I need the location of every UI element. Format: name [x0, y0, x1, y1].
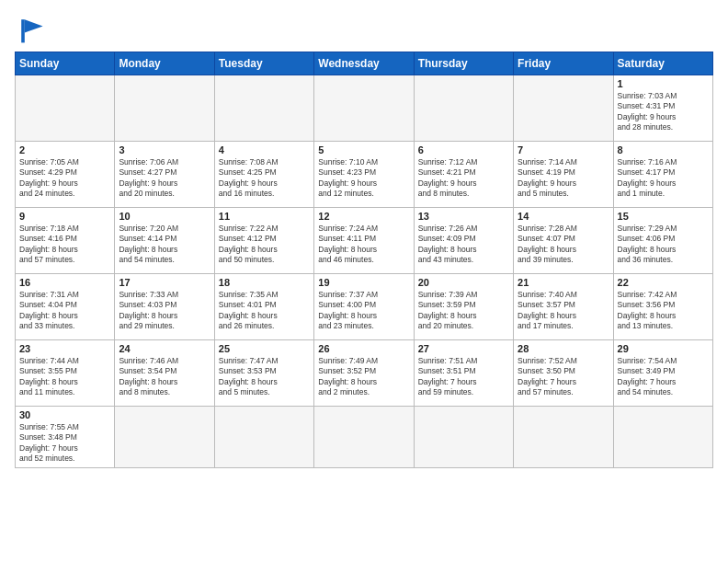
calendar-cell: 4Sunrise: 7:08 AM Sunset: 4:25 PM Daylig…	[214, 142, 313, 208]
calendar-cell	[214, 407, 313, 468]
day-number: 7	[518, 144, 609, 155]
day-number: 24	[119, 343, 210, 354]
day-number: 4	[219, 144, 310, 155]
day-info: Sunrise: 7:05 AM Sunset: 4:29 PM Dayligh…	[19, 157, 110, 200]
day-number: 1	[618, 78, 709, 89]
calendar-cell: 16Sunrise: 7:31 AM Sunset: 4:04 PM Dayli…	[16, 274, 115, 340]
day-number: 19	[318, 277, 409, 288]
calendar-cell	[115, 407, 214, 468]
day-info: Sunrise: 7:29 AM Sunset: 4:06 PM Dayligh…	[618, 224, 709, 266]
general-blue-icon	[15, 13, 48, 46]
calendar-week-2: 2Sunrise: 7:05 AM Sunset: 4:29 PM Daylig…	[16, 142, 713, 208]
calendar-cell: 23Sunrise: 7:44 AM Sunset: 3:55 PM Dayli…	[16, 340, 115, 407]
day-number: 10	[119, 211, 210, 222]
day-number: 3	[119, 144, 210, 155]
day-info: Sunrise: 7:55 AM Sunset: 3:48 PM Dayligh…	[19, 422, 110, 465]
calendar-cell	[514, 75, 613, 142]
day-number: 11	[219, 211, 310, 222]
calendar-cell: 19Sunrise: 7:37 AM Sunset: 4:00 PM Dayli…	[314, 274, 414, 340]
day-number: 2	[19, 144, 110, 155]
calendar-cell: 1Sunrise: 7:03 AM Sunset: 4:31 PM Daylig…	[613, 75, 712, 142]
logo	[15, 13, 51, 46]
day-info: Sunrise: 7:14 AM Sunset: 4:19 PM Dayligh…	[518, 157, 609, 200]
calendar-cell: 17Sunrise: 7:33 AM Sunset: 4:03 PM Dayli…	[115, 274, 214, 340]
day-info: Sunrise: 7:28 AM Sunset: 4:07 PM Dayligh…	[518, 224, 609, 266]
day-number: 30	[19, 409, 110, 420]
svg-rect-2	[21, 19, 25, 42]
day-info: Sunrise: 7:47 AM Sunset: 3:53 PM Dayligh…	[219, 356, 310, 398]
calendar-cell	[314, 75, 414, 142]
day-info: Sunrise: 7:03 AM Sunset: 4:31 PM Dayligh…	[618, 91, 709, 133]
weekday-tuesday: Tuesday	[214, 52, 313, 75]
calendar-week-1: 1Sunrise: 7:03 AM Sunset: 4:31 PM Daylig…	[16, 75, 713, 142]
calendar-cell	[514, 407, 613, 468]
calendar-cell: 18Sunrise: 7:35 AM Sunset: 4:01 PM Dayli…	[214, 274, 313, 340]
day-info: Sunrise: 7:54 AM Sunset: 3:49 PM Dayligh…	[618, 356, 709, 398]
day-info: Sunrise: 7:20 AM Sunset: 4:14 PM Dayligh…	[119, 224, 210, 266]
day-number: 15	[618, 211, 709, 222]
header	[15, 9, 713, 46]
calendar-cell: 15Sunrise: 7:29 AM Sunset: 4:06 PM Dayli…	[613, 208, 712, 274]
day-number: 6	[418, 144, 509, 155]
day-number: 22	[618, 277, 709, 288]
day-info: Sunrise: 7:12 AM Sunset: 4:21 PM Dayligh…	[418, 157, 509, 200]
day-info: Sunrise: 7:42 AM Sunset: 3:56 PM Dayligh…	[618, 290, 709, 332]
day-info: Sunrise: 7:40 AM Sunset: 3:57 PM Dayligh…	[518, 290, 609, 332]
day-info: Sunrise: 7:35 AM Sunset: 4:01 PM Dayligh…	[219, 290, 310, 332]
day-number: 23	[19, 343, 110, 354]
day-number: 12	[318, 211, 409, 222]
day-info: Sunrise: 7:31 AM Sunset: 4:04 PM Dayligh…	[19, 290, 110, 332]
calendar-cell: 12Sunrise: 7:24 AM Sunset: 4:11 PM Dayli…	[314, 208, 414, 274]
calendar-cell: 7Sunrise: 7:14 AM Sunset: 4:19 PM Daylig…	[514, 142, 613, 208]
calendar-cell: 28Sunrise: 7:52 AM Sunset: 3:50 PM Dayli…	[514, 340, 613, 407]
day-number: 28	[518, 343, 609, 354]
day-info: Sunrise: 7:33 AM Sunset: 4:03 PM Dayligh…	[119, 290, 210, 332]
calendar-cell: 21Sunrise: 7:40 AM Sunset: 3:57 PM Dayli…	[514, 274, 613, 340]
day-number: 18	[219, 277, 310, 288]
day-number: 29	[618, 343, 709, 354]
calendar-cell	[414, 407, 513, 468]
calendar: SundayMondayTuesdayWednesdayThursdayFrid…	[15, 52, 713, 468]
weekday-wednesday: Wednesday	[314, 52, 414, 75]
calendar-cell	[414, 75, 513, 142]
calendar-week-6: 30Sunrise: 7:55 AM Sunset: 3:48 PM Dayli…	[16, 407, 713, 468]
weekday-sunday: Sunday	[16, 52, 115, 75]
day-info: Sunrise: 7:10 AM Sunset: 4:23 PM Dayligh…	[318, 157, 409, 200]
calendar-week-3: 9Sunrise: 7:18 AM Sunset: 4:16 PM Daylig…	[16, 208, 713, 274]
calendar-cell: 25Sunrise: 7:47 AM Sunset: 3:53 PM Dayli…	[214, 340, 313, 407]
day-number: 5	[318, 144, 409, 155]
weekday-saturday: Saturday	[613, 52, 712, 75]
calendar-cell: 5Sunrise: 7:10 AM Sunset: 4:23 PM Daylig…	[314, 142, 414, 208]
calendar-cell: 3Sunrise: 7:06 AM Sunset: 4:27 PM Daylig…	[115, 142, 214, 208]
day-info: Sunrise: 7:22 AM Sunset: 4:12 PM Dayligh…	[219, 224, 310, 266]
day-info: Sunrise: 7:24 AM Sunset: 4:11 PM Dayligh…	[318, 224, 409, 266]
weekday-thursday: Thursday	[414, 52, 513, 75]
calendar-cell: 20Sunrise: 7:39 AM Sunset: 3:59 PM Dayli…	[414, 274, 513, 340]
day-number: 14	[518, 211, 609, 222]
calendar-cell: 24Sunrise: 7:46 AM Sunset: 3:54 PM Dayli…	[115, 340, 214, 407]
calendar-cell: 8Sunrise: 7:16 AM Sunset: 4:17 PM Daylig…	[613, 142, 712, 208]
calendar-cell	[16, 75, 115, 142]
day-number: 21	[518, 277, 609, 288]
day-info: Sunrise: 7:51 AM Sunset: 3:51 PM Dayligh…	[418, 356, 509, 398]
weekday-monday: Monday	[115, 52, 214, 75]
day-number: 17	[119, 277, 210, 288]
day-info: Sunrise: 7:46 AM Sunset: 3:54 PM Dayligh…	[119, 356, 210, 398]
calendar-cell: 30Sunrise: 7:55 AM Sunset: 3:48 PM Dayli…	[16, 407, 115, 468]
calendar-cell: 10Sunrise: 7:20 AM Sunset: 4:14 PM Dayli…	[115, 208, 214, 274]
weekday-friday: Friday	[514, 52, 613, 75]
calendar-cell: 14Sunrise: 7:28 AM Sunset: 4:07 PM Dayli…	[514, 208, 613, 274]
calendar-week-4: 16Sunrise: 7:31 AM Sunset: 4:04 PM Dayli…	[16, 274, 713, 340]
day-info: Sunrise: 7:44 AM Sunset: 3:55 PM Dayligh…	[19, 356, 110, 398]
day-info: Sunrise: 7:18 AM Sunset: 4:16 PM Dayligh…	[19, 224, 110, 266]
day-number: 8	[618, 144, 709, 155]
day-info: Sunrise: 7:52 AM Sunset: 3:50 PM Dayligh…	[518, 356, 609, 398]
day-number: 16	[19, 277, 110, 288]
page: SundayMondayTuesdayWednesdayThursdayFrid…	[0, 0, 728, 563]
day-info: Sunrise: 7:06 AM Sunset: 4:27 PM Dayligh…	[119, 157, 210, 200]
day-info: Sunrise: 7:37 AM Sunset: 4:00 PM Dayligh…	[318, 290, 409, 332]
day-info: Sunrise: 7:26 AM Sunset: 4:09 PM Dayligh…	[418, 224, 509, 266]
calendar-cell: 9Sunrise: 7:18 AM Sunset: 4:16 PM Daylig…	[16, 208, 115, 274]
calendar-cell: 13Sunrise: 7:26 AM Sunset: 4:09 PM Dayli…	[414, 208, 513, 274]
calendar-cell: 27Sunrise: 7:51 AM Sunset: 3:51 PM Dayli…	[414, 340, 513, 407]
